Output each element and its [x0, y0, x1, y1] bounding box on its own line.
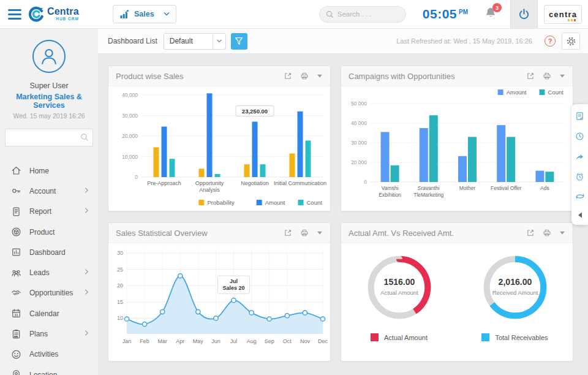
- sidebar-item-location[interactable]: Location: [0, 365, 98, 375]
- data-point[interactable]: [303, 311, 307, 315]
- sidebar-menu: HomeAccountReportProductDashboardLeadsOp…: [0, 161, 98, 375]
- sidebar-item-product[interactable]: Product: [0, 222, 98, 242]
- settings-button[interactable]: [562, 32, 580, 50]
- sidebar-item-label: Opportunities: [29, 289, 85, 297]
- bar-amount[interactable]: [298, 112, 303, 177]
- sidebar-item-leads[interactable]: Leads: [0, 262, 98, 282]
- sidebar-item-label: Product: [29, 228, 89, 237]
- notes-icon[interactable]: [575, 112, 584, 121]
- card-product-wise-sales: Product wise Sales 010,00020,00030,00040…: [108, 66, 331, 211]
- sidebar-item-report[interactable]: Report: [0, 202, 98, 222]
- dashboard-select[interactable]: Default: [164, 33, 226, 50]
- notifications-bell[interactable]: 3: [484, 6, 499, 22]
- category-label: Sravanthi: [418, 185, 440, 191]
- help-button[interactable]: ?: [545, 36, 556, 47]
- svg-text:50 000: 50 000: [351, 100, 367, 107]
- bar-probability[interactable]: [290, 153, 295, 177]
- bar-count[interactable]: [215, 174, 221, 177]
- data-point[interactable]: [285, 314, 289, 318]
- bar-amount[interactable]: [497, 125, 505, 182]
- sidebar-search: [5, 129, 93, 146]
- bar-count[interactable]: [507, 137, 515, 182]
- data-point[interactable]: [124, 317, 129, 321]
- bar-amount[interactable]: [162, 127, 167, 177]
- card-body: 1015202530JanFebMarAprMayJunJulAugSepOct…: [108, 243, 330, 361]
- bar-amount[interactable]: [420, 128, 428, 182]
- module-selector[interactable]: Sales: [113, 5, 176, 23]
- donut-gauge[interactable]: 1516.00Actual Amount: [363, 251, 436, 324]
- legend-swatch: [498, 89, 503, 95]
- collapse-caret-icon[interactable]: [317, 231, 323, 235]
- sidebar-item-label: Activities: [29, 350, 89, 358]
- partner-logo-dots: [568, 19, 576, 21]
- bar-amount[interactable]: [381, 132, 390, 182]
- print-icon[interactable]: [543, 229, 551, 237]
- global-search-input[interactable]: [337, 10, 399, 18]
- bar-count[interactable]: [260, 164, 266, 177]
- expand-icon[interactable]: [526, 229, 535, 237]
- data-point[interactable]: [142, 322, 146, 326]
- bar-probability[interactable]: [244, 164, 250, 177]
- bar-count[interactable]: [429, 115, 438, 182]
- sidebar-item-account[interactable]: Account: [0, 181, 98, 201]
- print-icon[interactable]: [543, 72, 551, 80]
- card-actual-vs-received: Actual Amt. Vs Received Amt. 1516.00Actu…: [341, 222, 573, 362]
- bar-amount[interactable]: [252, 122, 258, 177]
- collapse-left-icon[interactable]: [577, 211, 583, 219]
- category-label: Pre-Approach: [147, 180, 181, 186]
- history-icon[interactable]: [575, 132, 584, 141]
- data-point[interactable]: [196, 309, 200, 314]
- logout-power-button[interactable]: [510, 0, 538, 28]
- print-icon[interactable]: [300, 229, 309, 237]
- sync-360-icon[interactable]: [575, 192, 585, 200]
- bar-count[interactable]: [545, 172, 554, 182]
- bar-count[interactable]: [170, 159, 175, 177]
- x-label: May: [193, 338, 204, 344]
- data-point[interactable]: [249, 311, 254, 315]
- expand-icon[interactable]: [526, 72, 535, 80]
- bar-probability[interactable]: [154, 147, 159, 177]
- sidebar-item-opportunities[interactable]: Opportunities: [0, 283, 98, 303]
- data-point[interactable]: [267, 317, 271, 321]
- bar-probability[interactable]: [199, 169, 205, 177]
- data-point[interactable]: [232, 298, 236, 303]
- bar-amount[interactable]: [535, 171, 544, 182]
- question-mark-icon: ?: [548, 37, 552, 45]
- user-role[interactable]: Marketing Sales & Services: [0, 93, 98, 110]
- alarm-icon[interactable]: [575, 172, 584, 181]
- bar-amount[interactable]: [458, 156, 467, 182]
- share-icon[interactable]: [575, 152, 584, 161]
- sidebar-item-activities[interactable]: Activities: [0, 344, 98, 365]
- sidebar-item-home[interactable]: Home: [0, 161, 98, 181]
- avatar[interactable]: [32, 40, 66, 73]
- chevron-right-icon: [85, 207, 89, 216]
- collapse-caret-icon[interactable]: [559, 74, 565, 78]
- collapse-caret-icon[interactable]: [559, 231, 565, 235]
- data-point[interactable]: [178, 274, 183, 278]
- sales-overview-chart: 1015202530JanFebMarAprMayJunJulAugSepOct…: [108, 243, 330, 361]
- location-icon: [11, 369, 21, 375]
- filter-button[interactable]: [231, 33, 247, 50]
- sidebar-item-plans[interactable]: Plans: [0, 324, 98, 344]
- expand-icon[interactable]: [284, 229, 292, 237]
- svg-text:40,000: 40,000: [122, 92, 138, 98]
- expand-icon[interactable]: [284, 72, 292, 80]
- plans-icon: [11, 329, 21, 339]
- print-icon[interactable]: [300, 72, 309, 80]
- svg-text:31: 31: [15, 313, 18, 317]
- data-point[interactable]: [160, 309, 165, 314]
- bar-count[interactable]: [391, 165, 399, 182]
- bar-amount[interactable]: [207, 93, 213, 177]
- bar-count[interactable]: [306, 140, 311, 177]
- svg-text:30: 30: [117, 250, 123, 256]
- data-point[interactable]: [214, 316, 218, 320]
- sidebar-item-dashboard[interactable]: Dashboard: [0, 242, 98, 262]
- donut-gauge[interactable]: 2,016.00Received Amount: [478, 251, 552, 324]
- sidebar-item-calendar[interactable]: 31Calendar: [0, 303, 98, 324]
- svg-text:10,000: 10,000: [122, 154, 138, 160]
- data-point[interactable]: [320, 317, 325, 321]
- collapse-caret-icon[interactable]: [317, 74, 323, 78]
- svg-text:25: 25: [117, 267, 123, 273]
- hamburger-menu-icon[interactable]: [8, 9, 21, 20]
- bar-count[interactable]: [468, 137, 477, 182]
